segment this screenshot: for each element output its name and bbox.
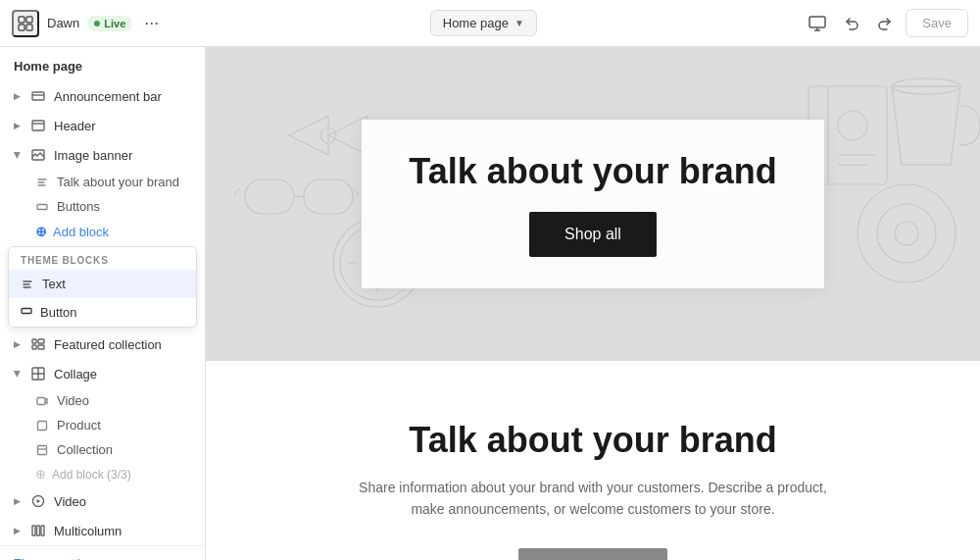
banner-overlay: Talk about your brand Shop all [362, 120, 823, 288]
svg-rect-3 [26, 25, 32, 30]
svg-rect-15 [37, 397, 45, 404]
sidebar-child-label: Talk about your brand [57, 175, 179, 189]
expand-arrow-icon: ▶ [13, 371, 23, 378]
site-name: Dawn [47, 16, 79, 30]
product-child-icon [35, 419, 49, 433]
top-bar-right: Save [804, 9, 968, 37]
svg-rect-8 [37, 204, 47, 209]
sidebar-item-label: Featured collection [54, 337, 162, 352]
sidebar-item-label: Video [54, 494, 86, 509]
banner-shop-all-button[interactable]: Shop all [529, 212, 657, 257]
svg-rect-5 [32, 92, 44, 100]
theme-block-text[interactable]: Text [9, 270, 196, 298]
sidebar: Home page ▶ Announcement bar ▶ Header [0, 47, 206, 560]
sidebar-item-image-banner[interactable]: ▶ Image banner [0, 140, 205, 170]
live-dot [94, 21, 100, 26]
theme-block-text-label: Text [42, 277, 66, 291]
plus-gray-icon: ⊕ [35, 467, 46, 482]
svg-rect-21 [41, 526, 44, 535]
redo-button[interactable] [872, 11, 898, 36]
svg-rect-16 [38, 421, 47, 430]
theme-block-button[interactable]: Button [9, 298, 196, 327]
banner-title: Talk about your brand [409, 151, 776, 192]
page-selector-label: Home page [443, 16, 509, 30]
sidebar-child-label: Buttons [57, 199, 100, 214]
sidebar-item-label: Collage [54, 367, 97, 382]
sidebar-child-label: Video [57, 393, 89, 408]
sidebar-child-talk-about-brand[interactable]: Talk about your brand [0, 170, 205, 194]
image-banner-section: Talk about your brand Shop all [206, 47, 980, 361]
chevron-down-icon: ▼ [514, 18, 524, 28]
svg-rect-11 [32, 345, 36, 349]
sidebar-item-label: Image banner [54, 148, 132, 163]
sidebar-item-label: Header [54, 119, 96, 133]
text-block-icon [21, 278, 34, 291]
sidebar-item-label: Multicolumn [54, 524, 122, 538]
svg-rect-17 [38, 445, 47, 454]
collage-icon [30, 366, 46, 382]
svg-rect-6 [32, 121, 44, 130]
add-block-banner-button[interactable]: ⊕ Add block [0, 219, 205, 244]
sidebar-child-collection[interactable]: Collection [0, 437, 205, 462]
desktop-view-button[interactable] [804, 10, 831, 37]
svg-point-35 [895, 222, 918, 245]
svg-point-34 [877, 204, 936, 263]
sidebar-item-featured-collection[interactable]: ▶ Featured collection [0, 330, 205, 359]
theme-blocks-header: THEME BLOCKS [9, 247, 196, 270]
svg-rect-1 [26, 17, 32, 23]
collection-child-icon [35, 443, 49, 457]
undo-button[interactable] [839, 11, 864, 36]
brand-section: Talk about your brand Share information … [206, 361, 980, 560]
top-bar: Dawn Live ··· Home page ▼ [0, 0, 980, 47]
expand-arrow-icon: ▶ [14, 496, 21, 506]
svg-rect-0 [19, 17, 24, 23]
brand-section-title: Talk about your brand [245, 420, 941, 461]
text-icon [35, 176, 49, 189]
header-icon [30, 118, 46, 133]
live-label: Live [104, 18, 125, 29]
svg-rect-4 [809, 17, 825, 27]
video-child-icon [35, 394, 49, 408]
canvas-inner: Talk about your brand Shop all Talk abou… [206, 47, 980, 560]
svg-rect-23 [245, 179, 294, 214]
sidebar-child-product[interactable]: Product [0, 413, 205, 437]
theme-blocks-dropdown: THEME BLOCKS Text Button [8, 246, 197, 328]
theme-block-button-label: Button [40, 305, 77, 320]
sidebar-item-video-section[interactable]: ▶ Video [0, 486, 205, 516]
svg-rect-13 [38, 345, 44, 349]
multicolumn-icon [30, 523, 46, 538]
expand-arrow-icon: ▶ [14, 339, 21, 349]
theme-settings-link[interactable]: Theme settings [0, 545, 205, 560]
svg-rect-2 [19, 25, 24, 30]
page-selector-dropdown[interactable]: Home page ▼ [430, 10, 537, 36]
add-block-count-label: Add block (3/3) [52, 468, 131, 482]
sidebar-child-label: Collection [57, 442, 113, 457]
expand-arrow-icon: ▶ [13, 152, 23, 159]
video-section-icon [30, 493, 46, 509]
expand-arrow-icon: ▶ [14, 526, 21, 535]
brand-section-button[interactable]: Button label [518, 548, 666, 560]
sidebar-child-label: Product [57, 418, 101, 433]
sidebar-item-header[interactable]: ▶ Header [0, 111, 205, 140]
sidebar-toggle-button[interactable] [12, 10, 39, 37]
more-options-button[interactable]: ··· [140, 9, 163, 37]
announcement-bar-icon [30, 88, 46, 104]
svg-rect-20 [37, 526, 40, 535]
sidebar-item-multicolumn[interactable]: ▶ Multicolumn [0, 516, 205, 545]
add-block-label: Add block [53, 225, 109, 239]
svg-point-33 [858, 184, 956, 282]
svg-rect-24 [304, 179, 353, 214]
sidebar-item-announcement-bar[interactable]: ▶ Announcement bar [0, 81, 205, 111]
canvas: Talk about your brand Shop all Talk abou… [206, 47, 980, 560]
plus-icon: ⊕ [35, 224, 47, 239]
save-button[interactable]: Save [906, 9, 968, 37]
top-bar-left: Dawn Live ··· [12, 9, 163, 37]
expand-arrow-icon: ▶ [14, 121, 21, 130]
add-block-collage-disabled: ⊕ Add block (3/3) [0, 462, 205, 486]
sidebar-child-video[interactable]: Video [0, 388, 205, 413]
top-bar-center: Home page ▼ [430, 10, 537, 36]
svg-rect-12 [38, 339, 44, 343]
sidebar-item-collage[interactable]: ▶ Collage [0, 359, 205, 388]
live-badge: Live [87, 16, 132, 31]
sidebar-child-buttons[interactable]: Buttons [0, 194, 205, 219]
